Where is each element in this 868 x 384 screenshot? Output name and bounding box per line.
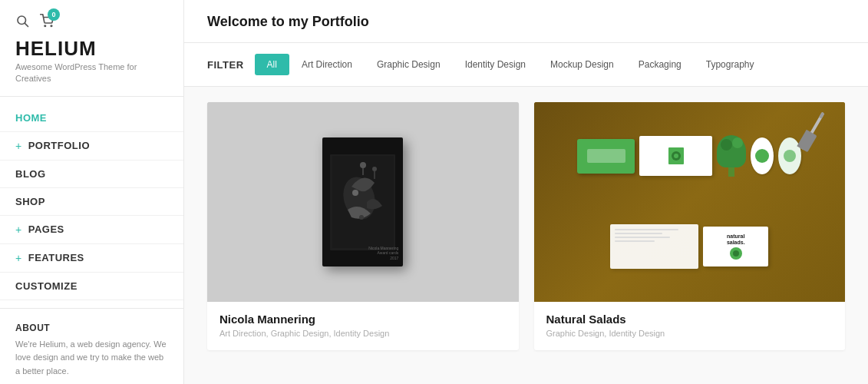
- filter-btn-art-direction[interactable]: Art Direction: [289, 54, 365, 75]
- sidebar-header: 0 HELIUM Awesome WordPress Theme for Cre…: [0, 0, 183, 97]
- portfolio-grid: Nicola ManneringAward cards2017 Nicola M…: [184, 87, 868, 366]
- sidebar-item-label: SHOP: [15, 196, 45, 207]
- about-text: We're Helium, a web design agency. We lo…: [15, 338, 168, 379]
- svg-point-6: [352, 190, 358, 196]
- sidebar-item-label: PORTFOLIO: [28, 140, 90, 151]
- sidebar-item-home[interactable]: HOME: [0, 104, 183, 132]
- main-header: Welcome to my Portfolio: [184, 0, 868, 43]
- card-tags: Graphic Design, Identity Design: [546, 329, 833, 338]
- card-image-nicola: Nicola ManneringAward cards2017: [207, 102, 519, 302]
- cart-icon[interactable]: 0: [40, 14, 54, 31]
- svg-point-2: [45, 25, 46, 27]
- main-content: Welcome to my Portfolio FILTER All Art D…: [184, 0, 868, 384]
- card-title: Nicola Mannering: [219, 313, 507, 326]
- about-title: ABOUT: [15, 323, 168, 333]
- sidebar-icon-row: 0: [15, 14, 168, 31]
- svg-point-3: [51, 25, 52, 27]
- filter-btn-mockup-design[interactable]: Mockup Design: [538, 54, 626, 75]
- sidebar-item-shop[interactable]: SHOP: [0, 188, 183, 216]
- portfolio-card-nicola[interactable]: Nicola ManneringAward cards2017 Nicola M…: [207, 102, 519, 350]
- filter-btn-identity-design[interactable]: Identity Design: [453, 54, 538, 75]
- svg-point-9: [360, 162, 366, 168]
- brand-tagline: Awesome WordPress Theme for Creatives: [15, 61, 168, 85]
- sidebar-item-customize[interactable]: CUSTOMIZE: [0, 273, 183, 300]
- sidebar-item-label: FEATURES: [28, 252, 84, 263]
- brand-name: HELIUM: [15, 38, 168, 58]
- filter-btn-all[interactable]: All: [255, 54, 289, 75]
- sidebar-nav: HOME + PORTFOLIO BLOG SHOP + PAGES + FEA…: [0, 97, 183, 308]
- plus-icon: +: [15, 140, 22, 152]
- card-title: Natural Salads: [546, 313, 833, 326]
- filter-btn-typography[interactable]: Typography: [694, 54, 767, 75]
- sidebar-item-portfolio[interactable]: + PORTFOLIO: [0, 132, 183, 161]
- sidebar-item-features[interactable]: + FEATURES: [0, 244, 183, 273]
- portfolio-card-natural[interactable]: naturalsalads. Natural Salads Graphic De…: [534, 102, 846, 350]
- sidebar-item-label: CUSTOMIZE: [15, 280, 78, 292]
- plus-icon: +: [15, 252, 22, 264]
- sidebar-item-pages[interactable]: + PAGES: [0, 216, 183, 244]
- filter-label: FILTER: [207, 59, 244, 71]
- sidebar-about: ABOUT We're Helium, a web design agency.…: [0, 308, 183, 384]
- svg-line-1: [25, 23, 28, 26]
- filter-btn-graphic-design[interactable]: Graphic Design: [365, 54, 453, 75]
- page-title: Welcome to my Portfolio: [207, 14, 845, 30]
- sidebar-item-label: BLOG: [15, 168, 46, 180]
- search-icon[interactable]: [15, 14, 29, 31]
- filter-bar: FILTER All Art Direction Graphic Design …: [184, 43, 868, 87]
- sidebar-item-label: HOME: [15, 112, 47, 124]
- sidebar: 0 HELIUM Awesome WordPress Theme for Cre…: [0, 0, 184, 384]
- card-image-natural: naturalsalads.: [534, 102, 846, 302]
- plus-icon: +: [15, 223, 22, 236]
- card-info-natural: Natural Salads Graphic Design, Identity …: [534, 302, 846, 350]
- card-info-nicola: Nicola Mannering Art Direction, Graphic …: [207, 302, 519, 350]
- card-tags: Art Direction, Graphic Design, Identity …: [219, 329, 507, 338]
- svg-point-11: [372, 167, 377, 171]
- cart-badge: 0: [48, 8, 60, 21]
- svg-point-7: [359, 215, 364, 220]
- sidebar-item-blog[interactable]: BLOG: [0, 161, 183, 188]
- filter-btn-packaging[interactable]: Packaging: [626, 54, 694, 75]
- sidebar-item-label: PAGES: [28, 223, 64, 235]
